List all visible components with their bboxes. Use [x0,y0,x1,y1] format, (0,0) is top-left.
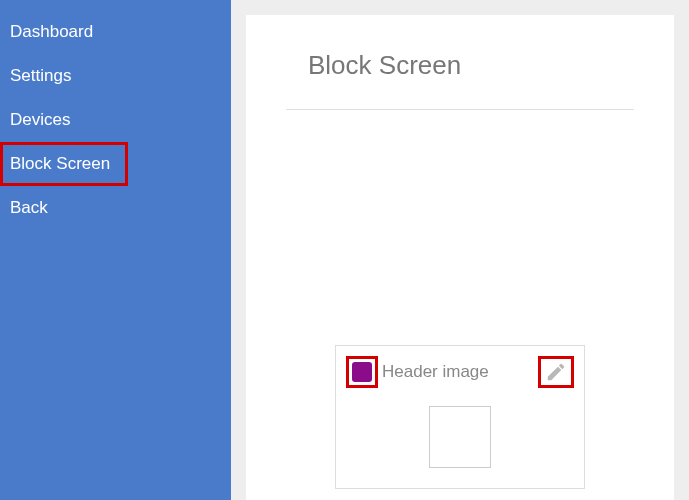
panel-label: Header image [382,362,489,382]
divider [286,109,634,110]
edit-icon-highlight [538,356,574,388]
color-swatch[interactable] [352,362,372,382]
sidebar-item-dashboard[interactable]: Dashboard [0,10,231,54]
main-area: Block Screen Header image [231,0,689,500]
page-title: Block Screen [286,50,634,81]
sidebar-item-back[interactable]: Back [0,186,231,230]
header-image-panel: Header image [335,345,585,489]
panel-header-left: Header image [346,356,489,388]
sidebar: Dashboard Settings Devices Block Screen … [0,0,231,500]
sidebar-item-settings[interactable]: Settings [0,54,231,98]
color-swatch-highlight [346,356,378,388]
panel-header: Header image [346,356,574,388]
pencil-icon[interactable] [545,361,567,383]
image-placeholder[interactable] [429,406,491,468]
sidebar-item-devices[interactable]: Devices [0,98,231,142]
content-card: Block Screen Header image [246,15,674,500]
sidebar-item-block-screen[interactable]: Block Screen [0,142,128,186]
